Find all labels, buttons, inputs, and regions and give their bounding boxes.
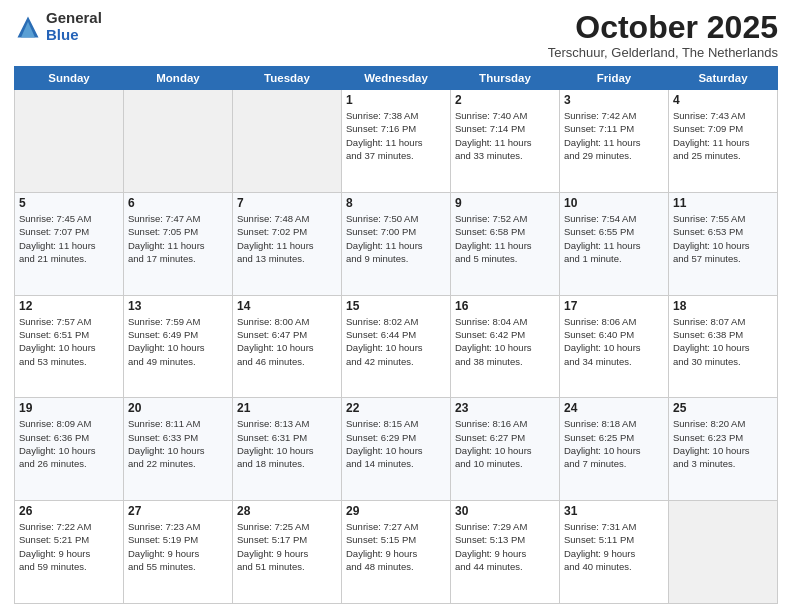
table-row: 24Sunrise: 8:18 AM Sunset: 6:25 PM Dayli… xyxy=(560,398,669,501)
table-row: 25Sunrise: 8:20 AM Sunset: 6:23 PM Dayli… xyxy=(669,398,778,501)
table-row: 27Sunrise: 7:23 AM Sunset: 5:19 PM Dayli… xyxy=(124,501,233,604)
logo-icon xyxy=(14,13,42,41)
table-row: 4Sunrise: 7:43 AM Sunset: 7:09 PM Daylig… xyxy=(669,90,778,193)
location: Terschuur, Gelderland, The Netherlands xyxy=(548,45,778,60)
header-monday: Monday xyxy=(124,67,233,90)
day-number: 6 xyxy=(128,196,228,210)
day-info: Sunrise: 8:13 AM Sunset: 6:31 PM Dayligh… xyxy=(237,417,337,470)
day-info: Sunrise: 7:31 AM Sunset: 5:11 PM Dayligh… xyxy=(564,520,664,573)
day-number: 25 xyxy=(673,401,773,415)
day-number: 12 xyxy=(19,299,119,313)
day-number: 14 xyxy=(237,299,337,313)
table-row: 14Sunrise: 8:00 AM Sunset: 6:47 PM Dayli… xyxy=(233,295,342,398)
day-number: 2 xyxy=(455,93,555,107)
day-number: 8 xyxy=(346,196,446,210)
day-info: Sunrise: 8:04 AM Sunset: 6:42 PM Dayligh… xyxy=(455,315,555,368)
day-number: 31 xyxy=(564,504,664,518)
table-row: 12Sunrise: 7:57 AM Sunset: 6:51 PM Dayli… xyxy=(15,295,124,398)
table-row: 13Sunrise: 7:59 AM Sunset: 6:49 PM Dayli… xyxy=(124,295,233,398)
table-row: 1Sunrise: 7:38 AM Sunset: 7:16 PM Daylig… xyxy=(342,90,451,193)
logo-blue: Blue xyxy=(46,26,79,43)
week-row-1: 5Sunrise: 7:45 AM Sunset: 7:07 PM Daylig… xyxy=(15,192,778,295)
table-row: 2Sunrise: 7:40 AM Sunset: 7:14 PM Daylig… xyxy=(451,90,560,193)
day-info: Sunrise: 8:00 AM Sunset: 6:47 PM Dayligh… xyxy=(237,315,337,368)
day-number: 10 xyxy=(564,196,664,210)
day-info: Sunrise: 7:45 AM Sunset: 7:07 PM Dayligh… xyxy=(19,212,119,265)
day-number: 9 xyxy=(455,196,555,210)
day-number: 13 xyxy=(128,299,228,313)
day-info: Sunrise: 7:43 AM Sunset: 7:09 PM Dayligh… xyxy=(673,109,773,162)
header-saturday: Saturday xyxy=(669,67,778,90)
table-row: 29Sunrise: 7:27 AM Sunset: 5:15 PM Dayli… xyxy=(342,501,451,604)
table-row: 5Sunrise: 7:45 AM Sunset: 7:07 PM Daylig… xyxy=(15,192,124,295)
table-row xyxy=(669,501,778,604)
day-number: 15 xyxy=(346,299,446,313)
week-row-4: 26Sunrise: 7:22 AM Sunset: 5:21 PM Dayli… xyxy=(15,501,778,604)
day-info: Sunrise: 8:02 AM Sunset: 6:44 PM Dayligh… xyxy=(346,315,446,368)
day-info: Sunrise: 7:48 AM Sunset: 7:02 PM Dayligh… xyxy=(237,212,337,265)
table-row xyxy=(15,90,124,193)
day-info: Sunrise: 7:27 AM Sunset: 5:15 PM Dayligh… xyxy=(346,520,446,573)
calendar: Sunday Monday Tuesday Wednesday Thursday… xyxy=(14,66,778,604)
table-row: 21Sunrise: 8:13 AM Sunset: 6:31 PM Dayli… xyxy=(233,398,342,501)
table-row: 15Sunrise: 8:02 AM Sunset: 6:44 PM Dayli… xyxy=(342,295,451,398)
table-row: 11Sunrise: 7:55 AM Sunset: 6:53 PM Dayli… xyxy=(669,192,778,295)
day-info: Sunrise: 8:16 AM Sunset: 6:27 PM Dayligh… xyxy=(455,417,555,470)
header-sunday: Sunday xyxy=(15,67,124,90)
weekday-header-row: Sunday Monday Tuesday Wednesday Thursday… xyxy=(15,67,778,90)
table-row xyxy=(124,90,233,193)
day-info: Sunrise: 7:57 AM Sunset: 6:51 PM Dayligh… xyxy=(19,315,119,368)
week-row-0: 1Sunrise: 7:38 AM Sunset: 7:16 PM Daylig… xyxy=(15,90,778,193)
day-info: Sunrise: 8:11 AM Sunset: 6:33 PM Dayligh… xyxy=(128,417,228,470)
day-info: Sunrise: 7:59 AM Sunset: 6:49 PM Dayligh… xyxy=(128,315,228,368)
title-block: October 2025 Terschuur, Gelderland, The … xyxy=(548,10,778,60)
day-number: 20 xyxy=(128,401,228,415)
table-row: 26Sunrise: 7:22 AM Sunset: 5:21 PM Dayli… xyxy=(15,501,124,604)
day-number: 3 xyxy=(564,93,664,107)
day-info: Sunrise: 7:54 AM Sunset: 6:55 PM Dayligh… xyxy=(564,212,664,265)
day-number: 24 xyxy=(564,401,664,415)
day-number: 19 xyxy=(19,401,119,415)
table-row: 10Sunrise: 7:54 AM Sunset: 6:55 PM Dayli… xyxy=(560,192,669,295)
week-row-2: 12Sunrise: 7:57 AM Sunset: 6:51 PM Dayli… xyxy=(15,295,778,398)
table-row: 22Sunrise: 8:15 AM Sunset: 6:29 PM Dayli… xyxy=(342,398,451,501)
week-row-3: 19Sunrise: 8:09 AM Sunset: 6:36 PM Dayli… xyxy=(15,398,778,501)
table-row: 3Sunrise: 7:42 AM Sunset: 7:11 PM Daylig… xyxy=(560,90,669,193)
table-row: 8Sunrise: 7:50 AM Sunset: 7:00 PM Daylig… xyxy=(342,192,451,295)
logo: General Blue xyxy=(14,10,102,43)
day-info: Sunrise: 8:06 AM Sunset: 6:40 PM Dayligh… xyxy=(564,315,664,368)
day-number: 1 xyxy=(346,93,446,107)
day-info: Sunrise: 7:47 AM Sunset: 7:05 PM Dayligh… xyxy=(128,212,228,265)
day-number: 29 xyxy=(346,504,446,518)
table-row: 20Sunrise: 8:11 AM Sunset: 6:33 PM Dayli… xyxy=(124,398,233,501)
table-row: 30Sunrise: 7:29 AM Sunset: 5:13 PM Dayli… xyxy=(451,501,560,604)
table-row: 9Sunrise: 7:52 AM Sunset: 6:58 PM Daylig… xyxy=(451,192,560,295)
table-row: 28Sunrise: 7:25 AM Sunset: 5:17 PM Dayli… xyxy=(233,501,342,604)
day-number: 4 xyxy=(673,93,773,107)
day-number: 7 xyxy=(237,196,337,210)
day-info: Sunrise: 7:23 AM Sunset: 5:19 PM Dayligh… xyxy=(128,520,228,573)
day-number: 27 xyxy=(128,504,228,518)
table-row: 7Sunrise: 7:48 AM Sunset: 7:02 PM Daylig… xyxy=(233,192,342,295)
day-number: 21 xyxy=(237,401,337,415)
day-number: 26 xyxy=(19,504,119,518)
table-row: 18Sunrise: 8:07 AM Sunset: 6:38 PM Dayli… xyxy=(669,295,778,398)
table-row: 6Sunrise: 7:47 AM Sunset: 7:05 PM Daylig… xyxy=(124,192,233,295)
day-number: 11 xyxy=(673,196,773,210)
day-info: Sunrise: 8:15 AM Sunset: 6:29 PM Dayligh… xyxy=(346,417,446,470)
day-info: Sunrise: 7:55 AM Sunset: 6:53 PM Dayligh… xyxy=(673,212,773,265)
page: General Blue October 2025 Terschuur, Gel… xyxy=(0,0,792,612)
day-number: 23 xyxy=(455,401,555,415)
header-wednesday: Wednesday xyxy=(342,67,451,90)
day-info: Sunrise: 7:25 AM Sunset: 5:17 PM Dayligh… xyxy=(237,520,337,573)
table-row xyxy=(233,90,342,193)
month-title: October 2025 xyxy=(548,10,778,45)
day-info: Sunrise: 7:42 AM Sunset: 7:11 PM Dayligh… xyxy=(564,109,664,162)
day-info: Sunrise: 7:50 AM Sunset: 7:00 PM Dayligh… xyxy=(346,212,446,265)
day-info: Sunrise: 8:18 AM Sunset: 6:25 PM Dayligh… xyxy=(564,417,664,470)
header: General Blue October 2025 Terschuur, Gel… xyxy=(14,10,778,60)
header-tuesday: Tuesday xyxy=(233,67,342,90)
table-row: 16Sunrise: 8:04 AM Sunset: 6:42 PM Dayli… xyxy=(451,295,560,398)
day-info: Sunrise: 7:52 AM Sunset: 6:58 PM Dayligh… xyxy=(455,212,555,265)
header-thursday: Thursday xyxy=(451,67,560,90)
